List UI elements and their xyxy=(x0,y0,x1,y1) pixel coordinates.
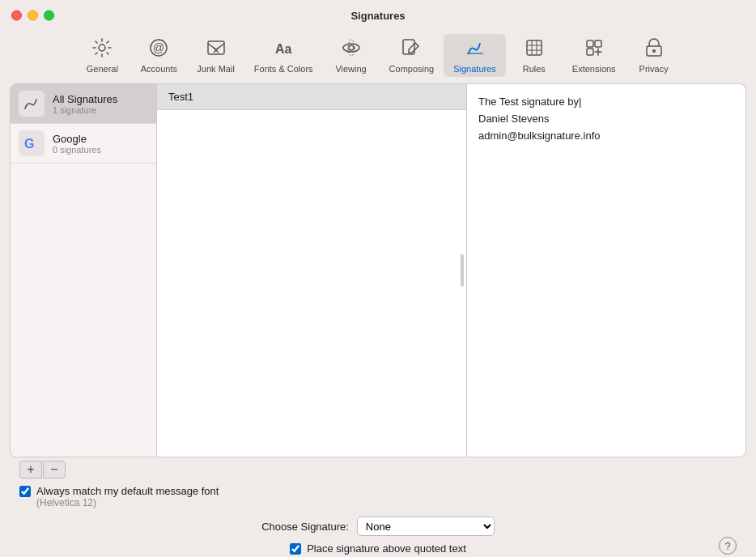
place-signature-label[interactable]: Place signature above quoted text xyxy=(307,542,466,555)
fonts-colors-label: Fonts & Colors xyxy=(254,64,313,74)
svg-text:@: @ xyxy=(153,41,164,54)
place-signature-checkbox[interactable] xyxy=(290,543,301,555)
viewing-icon xyxy=(341,37,362,62)
composing-icon xyxy=(401,37,422,62)
rules-label: Rules xyxy=(523,64,546,74)
signature-preview-panel: The Test signature by| Daniel Stevens ad… xyxy=(467,83,746,457)
sig-line-2: Daniel Stevens xyxy=(478,111,734,128)
general-label: General xyxy=(87,64,118,74)
privacy-label: Privacy xyxy=(639,64,669,74)
all-signatures-sub: 1 signature xyxy=(53,105,117,115)
place-signature-row: Place signature above quoted text xyxy=(290,542,466,555)
svg-point-8 xyxy=(349,45,354,50)
fonts-colors-icon: Aa xyxy=(273,37,294,62)
google-icon: G xyxy=(19,130,45,156)
font-hint: (Helvetica 12) xyxy=(36,497,737,508)
traffic-lights xyxy=(11,11,54,21)
sig-line-1: The Test signature by| xyxy=(478,94,734,111)
tab-privacy[interactable]: Privacy xyxy=(626,34,682,77)
viewing-label: Viewing xyxy=(335,64,366,74)
always-match-checkbox-row: Always match my default message font xyxy=(19,485,737,497)
remove-signature-button[interactable]: − xyxy=(43,461,66,478)
bottom-row: Place signature above quoted text ? xyxy=(10,539,746,557)
add-signature-button[interactable]: + xyxy=(19,461,42,478)
account-item-all-signatures[interactable]: All Signatures 1 signature xyxy=(11,84,156,124)
choose-signature-select[interactable]: None Test1 xyxy=(357,517,495,536)
accounts-panel: All Signatures 1 signature G Google 0 si… xyxy=(10,83,157,457)
svg-point-20 xyxy=(652,49,656,53)
choose-signature-row: Choose Signature: None Test1 xyxy=(10,510,746,539)
accounts-label: Accounts xyxy=(141,64,177,74)
main-content: All Signatures 1 signature G Google 0 si… xyxy=(0,83,756,557)
tab-junk-mail[interactable]: Junk Mail xyxy=(187,34,244,77)
toolbar: General @ Accounts Junk Mail Aa Fo xyxy=(0,31,756,83)
tab-rules[interactable]: Rules xyxy=(506,34,563,77)
help-button[interactable]: ? xyxy=(719,537,737,555)
extensions-icon xyxy=(584,37,605,62)
signatures-list-panel: Test1 xyxy=(157,83,467,457)
junk-mail-icon xyxy=(206,37,227,62)
all-signatures-icon xyxy=(19,91,45,117)
tab-accounts[interactable]: @ Accounts xyxy=(130,34,187,77)
signature-list-item-test1[interactable]: Test1 xyxy=(157,84,466,110)
tab-fonts-colors[interactable]: Aa Fonts & Colors xyxy=(244,34,323,77)
account-item-google[interactable]: G Google 0 signatures xyxy=(11,124,156,164)
list-scrollbar[interactable] xyxy=(461,254,464,287)
svg-text:G: G xyxy=(24,137,34,151)
tab-general[interactable]: General xyxy=(74,34,130,77)
always-match-checkbox[interactable] xyxy=(19,486,31,497)
svg-rect-3 xyxy=(208,41,224,54)
junk-mail-label: Junk Mail xyxy=(197,64,234,74)
svg-text:Aa: Aa xyxy=(275,42,292,56)
composing-label: Composing xyxy=(389,64,435,74)
tab-composing[interactable]: Composing xyxy=(380,34,444,77)
google-info: Google 0 signatures xyxy=(53,133,101,155)
google-name: Google xyxy=(53,133,101,145)
title-bar: Signatures xyxy=(0,0,756,31)
always-match-row: Always match my default message font (He… xyxy=(10,482,746,510)
svg-rect-17 xyxy=(595,40,601,47)
svg-rect-18 xyxy=(587,49,593,55)
general-icon xyxy=(91,37,113,62)
panels-row: All Signatures 1 signature G Google 0 si… xyxy=(10,83,746,457)
accounts-icon: @ xyxy=(148,37,169,62)
google-sub: 0 signatures xyxy=(53,145,101,155)
all-signatures-info: All Signatures 1 signature xyxy=(53,93,117,115)
svg-rect-11 xyxy=(527,40,542,55)
choose-signature-label: Choose Signature: xyxy=(261,521,349,533)
minimize-button[interactable] xyxy=(28,11,38,21)
tab-extensions[interactable]: Extensions xyxy=(563,34,626,77)
svg-point-0 xyxy=(99,45,105,51)
window-title: Signatures xyxy=(350,10,405,22)
privacy-icon xyxy=(643,37,665,62)
always-match-label[interactable]: Always match my default message font xyxy=(36,485,219,497)
signatures-icon xyxy=(465,37,486,62)
signature-preview-text: The Test signature by| Daniel Stevens ad… xyxy=(478,94,734,144)
close-button[interactable] xyxy=(11,11,22,21)
tab-signatures[interactable]: Signatures xyxy=(444,34,506,77)
svg-rect-16 xyxy=(587,40,593,47)
extensions-label: Extensions xyxy=(572,64,616,74)
zoom-button[interactable] xyxy=(44,11,54,21)
sig-line-3: admin@bulksignature.info xyxy=(478,128,734,145)
panel-bottom-controls: + − xyxy=(10,457,746,482)
all-signatures-name: All Signatures xyxy=(53,93,117,105)
signatures-label: Signatures xyxy=(453,64,496,74)
rules-icon xyxy=(524,37,545,62)
tab-viewing[interactable]: Viewing xyxy=(323,34,380,77)
